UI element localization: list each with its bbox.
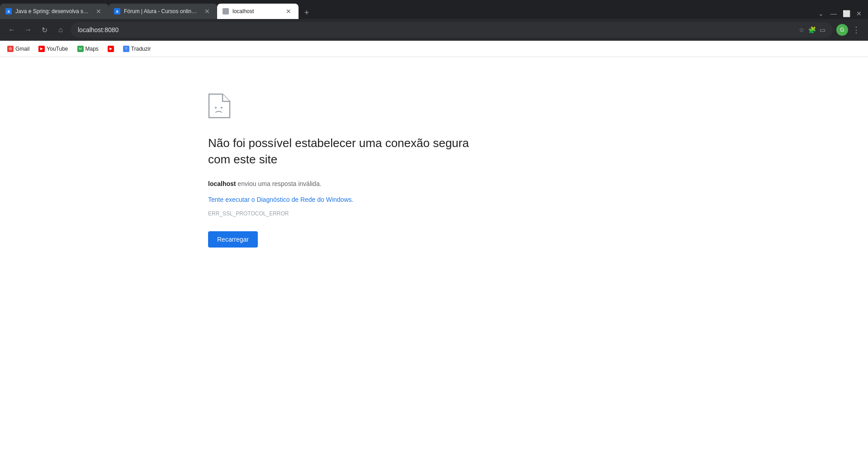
- error-body-suffix: enviou uma resposta inválida.: [236, 180, 321, 187]
- tab3-favicon: [223, 8, 229, 14]
- url-bar[interactable]: localhost:8080 ☆ 🧩 ▭: [71, 22, 833, 38]
- extension-icon[interactable]: 🧩: [808, 26, 816, 33]
- bookmark-star-icon[interactable]: ☆: [799, 26, 805, 33]
- error-container: Não foi possível estabelecer uma conexão…: [208, 93, 479, 248]
- address-bar-right: G ⋮: [836, 24, 863, 36]
- new-tab-icon: +: [304, 8, 309, 18]
- translate-favicon: T: [123, 46, 129, 52]
- home-button[interactable]: ⌂: [54, 24, 67, 36]
- browser-chrome: a Java e Spring: desenvolva sua pr... ✕ …: [0, 0, 868, 57]
- error-heading: Não foi possível estabelecer uma conexão…: [208, 135, 479, 168]
- bookmark-translate[interactable]: T Traduzir: [119, 44, 155, 54]
- tab-bar-end: ⌄ — ⬜ ✕: [313, 8, 868, 19]
- bookmark-translate-label: Traduzir: [131, 46, 151, 52]
- page-content: Não foi possível estabelecer uma conexão…: [0, 57, 868, 467]
- back-button[interactable]: ←: [5, 24, 18, 36]
- youtube2-favicon: ▶: [108, 46, 114, 52]
- browser-menu-button[interactable]: ⋮: [850, 24, 863, 36]
- bookmark-youtube[interactable]: ▶ YouTube: [35, 44, 71, 54]
- maps-favicon: M: [77, 46, 84, 52]
- youtube-favicon: ▶: [38, 46, 45, 52]
- bookmark-gmail[interactable]: G Gmail: [4, 44, 33, 54]
- tab-localhost[interactable]: localhost ✕: [217, 4, 299, 19]
- sad-document-icon: [208, 93, 231, 119]
- error-host-name: localhost: [208, 180, 236, 187]
- tab-bar-menu-icon[interactable]: ⌄: [816, 8, 826, 19]
- error-icon-wrapper: [208, 93, 479, 120]
- reload-page-button[interactable]: Recarregar: [208, 231, 258, 248]
- close-window-button[interactable]: ✕: [854, 8, 864, 19]
- reload-button[interactable]: ↻: [38, 24, 51, 36]
- network-diagnostic-link[interactable]: Tente executar o Diagnóstico de Rede do …: [208, 196, 479, 203]
- sidebar-icon[interactable]: ▭: [820, 26, 825, 33]
- svg-point-1: [221, 107, 223, 109]
- bookmark-youtube2[interactable]: ▶: [104, 44, 118, 54]
- tab2-title: Fórum | Alura - Cursos online de...: [124, 8, 199, 14]
- tab3-title: localhost: [232, 8, 280, 14]
- forward-button[interactable]: →: [22, 24, 34, 36]
- bookmark-maps-label: Maps: [85, 46, 99, 52]
- tab3-close-button[interactable]: ✕: [284, 7, 293, 15]
- gmail-favicon: G: [7, 46, 14, 52]
- svg-point-0: [215, 107, 217, 109]
- profile-avatar[interactable]: G: [836, 24, 848, 36]
- error-body-text: localhost enviou uma resposta inválida.: [208, 179, 479, 189]
- tab-alura-forum[interactable]: a Fórum | Alura - Cursos online de... ✕: [109, 4, 217, 19]
- minimize-button[interactable]: —: [828, 8, 839, 19]
- tab1-favicon: a: [5, 8, 12, 14]
- bookmark-maps[interactable]: M Maps: [74, 44, 102, 54]
- tab1-close-button[interactable]: ✕: [94, 7, 103, 15]
- tab2-close-button[interactable]: ✕: [203, 7, 212, 15]
- new-tab-button[interactable]: +: [300, 6, 313, 19]
- bookmark-gmail-label: Gmail: [15, 46, 29, 52]
- tab1-title: Java e Spring: desenvolva sua pr...: [15, 8, 90, 14]
- bookmarks-bar: G Gmail ▶ YouTube M Maps ▶ T Traduzir: [0, 41, 868, 57]
- url-text: localhost:8080: [78, 26, 119, 33]
- url-bar-icons: ☆ 🧩 ▭: [799, 26, 825, 33]
- bookmark-youtube-label: YouTube: [47, 46, 68, 52]
- error-code: ERR_SSL_PROTOCOL_ERROR: [208, 210, 479, 217]
- restore-button[interactable]: ⬜: [841, 8, 852, 19]
- address-bar: ← → ↻ ⌂ localhost:8080 ☆ 🧩 ▭ G ⋮: [0, 19, 868, 41]
- tab2-favicon: a: [114, 8, 120, 14]
- tab-java-spring[interactable]: a Java e Spring: desenvolva sua pr... ✕: [0, 4, 109, 19]
- tab-bar: a Java e Spring: desenvolva sua pr... ✕ …: [0, 0, 868, 19]
